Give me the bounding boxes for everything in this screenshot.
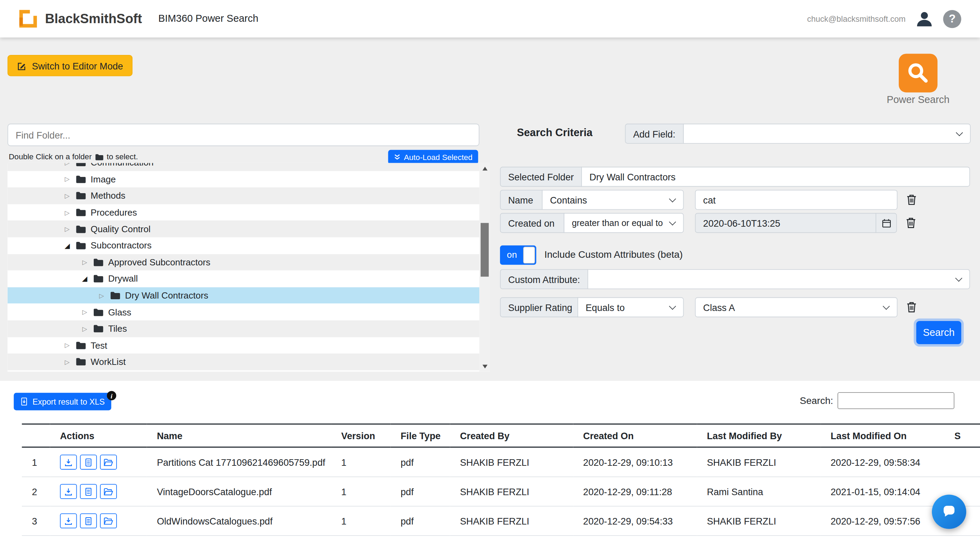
tree-item-worklist[interactable]: ▷ WorkList — [8, 354, 480, 370]
tree-item-quality-control[interactable]: ▷ Quality Control — [8, 221, 480, 237]
tree-item-test[interactable]: ▷ Test — [8, 337, 480, 354]
caret-right-icon[interactable]: ▷ — [80, 259, 89, 266]
custom-attributes-toggle[interactable]: on — [500, 245, 536, 264]
scrollbar-thumb[interactable] — [480, 223, 488, 276]
tree-item-label: Tiles — [108, 324, 127, 334]
row-index: 1 — [22, 447, 50, 477]
scroll-up-icon[interactable] — [479, 163, 490, 174]
tree-item-label: Subcontractors — [91, 241, 151, 251]
export-xls-button[interactable]: Export result to XLS — [14, 393, 111, 411]
results-table: Actions Name Version File Type Created B… — [22, 423, 980, 536]
col-size-clipped[interactable]: S — [944, 424, 980, 447]
supplier-operator-select[interactable]: Equals to — [578, 297, 684, 317]
cell-created-on: 2020-12-29, 09:54:33 — [573, 506, 697, 536]
tree-item-label: Glass — [108, 307, 131, 317]
col-actions[interactable]: Actions — [50, 424, 147, 447]
caret-right-icon[interactable]: ▷ — [63, 163, 72, 166]
caret-expanded-icon[interactable]: ◢ — [63, 241, 72, 249]
caret-right-icon[interactable]: ▷ — [63, 192, 72, 199]
caret-right-icon[interactable]: ▷ — [63, 209, 72, 216]
table-row: 1 Partitions Cat 177109621469605759.pdf … — [22, 447, 980, 477]
download-file-button[interactable] — [60, 455, 77, 470]
tree-item-glass[interactable]: ▷ Glass — [8, 304, 480, 320]
add-field-select[interactable] — [683, 124, 970, 144]
cell-name: OldWindowsCatalogues.pdf — [147, 506, 331, 536]
tree-item-methods[interactable]: ▷ Methods — [8, 187, 480, 204]
caret-right-icon[interactable]: ▷ — [97, 292, 106, 299]
caret-right-icon[interactable]: ▷ — [63, 176, 72, 183]
caret-right-icon[interactable]: ▷ — [80, 309, 89, 316]
toggle-knob[interactable] — [523, 246, 535, 263]
folder-icon — [76, 175, 86, 184]
download-file-button[interactable] — [60, 513, 77, 528]
info-icon[interactable]: i — [107, 391, 116, 400]
selected-folder-input[interactable] — [581, 167, 970, 187]
table-header-row: Actions Name Version File Type Created B… — [22, 424, 980, 447]
custom-attributes-toggle-label: Include Custom Attributes (beta) — [544, 249, 682, 260]
name-value-input[interactable] — [695, 190, 898, 210]
tree-item-label: Communication — [91, 163, 154, 168]
calendar-icon — [881, 218, 891, 228]
open-folder-button[interactable] — [100, 484, 117, 499]
help-icon[interactable]: ? — [943, 10, 961, 28]
switch-editor-mode-button[interactable]: Switch to Editor Mode — [8, 55, 132, 76]
col-created-by[interactable]: Created By — [450, 424, 573, 447]
folder-icon — [95, 154, 103, 160]
tree-item-label: Procedures — [91, 207, 137, 217]
delete-created-filter-button[interactable] — [906, 217, 916, 229]
cell-created-by: SHAKIB FERZLI — [450, 477, 573, 506]
table-search-input[interactable] — [838, 392, 955, 409]
tree-item-label: WorkList — [91, 357, 126, 367]
col-last-modified-on[interactable]: Last Modified On — [821, 424, 944, 447]
tree-item-label: Test — [91, 340, 107, 351]
col-last-modified-by[interactable]: Last Modified By — [697, 424, 821, 447]
file-details-button[interactable] — [80, 484, 97, 499]
open-folder-button[interactable] — [100, 455, 117, 470]
supplier-value-select[interactable]: Class A — [695, 297, 898, 317]
auto-load-selected-button[interactable]: Auto-Load Selected — [388, 150, 478, 165]
caret-expanded-icon[interactable]: ◢ — [80, 275, 89, 282]
scroll-down-icon[interactable] — [479, 361, 490, 372]
tree-item-subcontractors[interactable]: ◢ Subcontractors — [8, 237, 480, 254]
chat-widget-button[interactable] — [932, 494, 966, 528]
app-title: BIM360 Power Search — [158, 13, 258, 25]
tree-item-label: Dry Wall Contractors — [125, 290, 208, 301]
folder-tree: ▷ Communication ▷ Image ▷ Methods — [8, 163, 490, 372]
custom-attribute-select[interactable] — [587, 269, 970, 289]
cell-file-type: pdf — [391, 447, 450, 477]
top-navbar: BlackSmithSoft BIM360 Power Search chuck… — [0, 0, 980, 37]
tree-item-drywall[interactable]: ◢ Drywall — [8, 271, 480, 287]
col-name[interactable]: Name — [147, 424, 331, 447]
tree-scrollbar[interactable] — [479, 163, 490, 372]
col-created-on[interactable]: Created On — [573, 424, 697, 447]
tree-item-dry-wall-contractors[interactable]: ▷ Dry Wall Contractors — [8, 287, 480, 304]
tree-item-approved-subcontractors[interactable]: ▷ Approved Subcontractors — [8, 254, 480, 271]
download-file-button[interactable] — [60, 484, 77, 499]
caret-right-icon[interactable]: ▷ — [80, 325, 89, 332]
tree-item-procedures[interactable]: ▷ Procedures — [8, 204, 480, 221]
calendar-button[interactable] — [875, 213, 897, 233]
folder-panel: Double Click on a folder to select. Auto… — [8, 124, 490, 372]
col-version[interactable]: Version — [331, 424, 391, 447]
created-operator-select[interactable]: greater than or equal to — [564, 213, 684, 233]
delete-name-filter-button[interactable] — [906, 194, 917, 206]
open-folder-button[interactable] — [100, 513, 117, 528]
created-date-input[interactable] — [695, 213, 876, 233]
delete-supplier-filter-button[interactable] — [906, 302, 917, 313]
caret-right-icon[interactable]: ▷ — [63, 342, 72, 349]
find-folder-input[interactable] — [8, 124, 480, 146]
tree-item-tiles[interactable]: ▷ Tiles — [8, 320, 480, 337]
tree-item-communication[interactable]: ▷ Communication — [8, 163, 480, 171]
col-file-type[interactable]: File Type — [391, 424, 450, 447]
file-details-button[interactable] — [80, 455, 97, 470]
user-avatar-icon[interactable] — [915, 10, 934, 28]
search-button[interactable]: Search — [916, 321, 961, 344]
caret-right-icon[interactable]: ▷ — [63, 225, 72, 233]
folder-icon — [93, 275, 104, 283]
caret-right-icon[interactable]: ▷ — [63, 358, 72, 365]
trash-icon — [906, 302, 917, 313]
name-operator-select[interactable]: Contains — [542, 190, 684, 210]
power-search-label: Power Search — [884, 94, 953, 106]
tree-item-image[interactable]: ▷ Image — [8, 171, 480, 187]
file-details-button[interactable] — [80, 513, 97, 528]
